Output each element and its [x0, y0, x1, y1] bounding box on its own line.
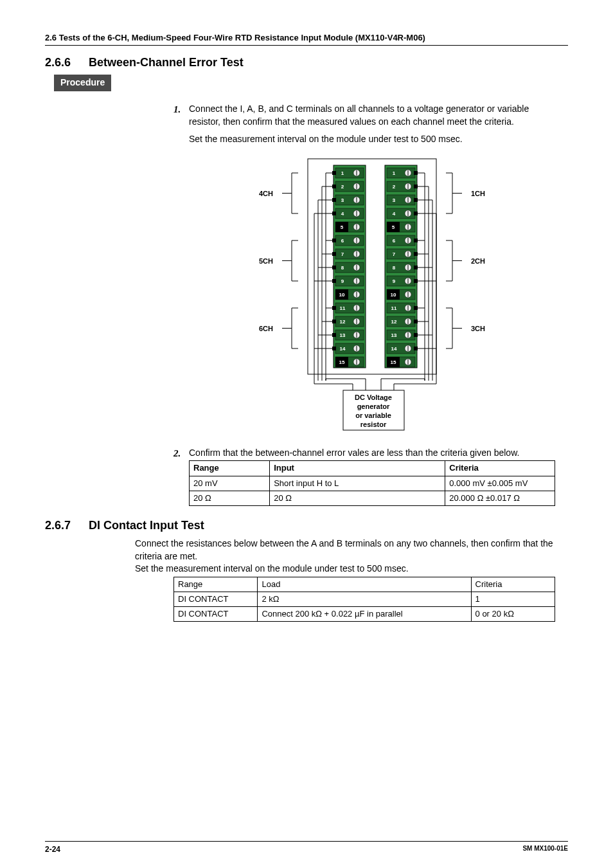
- wiring-diagram: 1122334455556677889910101010111112121313…: [237, 152, 507, 435]
- svg-text:10: 10: [339, 292, 345, 298]
- svg-rect-104: [332, 279, 336, 283]
- section-266-header: 2.6.6 Between-Channel Error Test: [45, 55, 568, 71]
- svg-rect-146: [414, 320, 418, 323]
- step-1: Connect the I, A, B, and C terminals on …: [173, 103, 555, 435]
- svg-text:/C: /C: [373, 346, 378, 352]
- svg-text:/C: /C: [373, 278, 378, 284]
- svg-text:5: 5: [392, 224, 395, 230]
- td: 20.000 Ω ±0.017 Ω: [445, 491, 555, 505]
- svg-text:15: 15: [339, 359, 345, 365]
- td: DI CONTACT: [174, 592, 258, 607]
- svg-text:14: 14: [391, 346, 397, 352]
- svg-text:4: 4: [341, 211, 344, 217]
- td: 0.000 mV ±0.005 mV: [445, 476, 555, 491]
- svg-rect-86: [414, 252, 418, 256]
- svg-text:7: 7: [393, 251, 396, 257]
- svg-text:3: 3: [341, 197, 344, 203]
- svg-rect-152: [332, 333, 336, 337]
- svg-text:12: 12: [391, 319, 397, 325]
- td: 20 Ω: [190, 491, 270, 505]
- td: Connect 200 kΩ + 0.022 µF in parallel: [258, 607, 471, 622]
- svg-rect-128: [332, 306, 336, 310]
- svg-text:2: 2: [393, 184, 396, 190]
- svg-rect-32: [332, 198, 336, 202]
- page-number: 2-24: [45, 844, 60, 855]
- svg-text:/I: /I: [374, 305, 377, 311]
- section-267-para-2: Set the measurement interval on the modu…: [135, 563, 555, 575]
- td: 20 mV: [190, 476, 270, 491]
- svg-text:13: 13: [391, 332, 397, 338]
- svg-text:4: 4: [393, 211, 396, 217]
- th-criteria: Criteria: [445, 461, 555, 476]
- running-header: 2.6 Tests of the 6-CH, Medium-Speed Four…: [45, 32, 568, 46]
- svg-text:2: 2: [341, 184, 344, 190]
- svg-text:14: 14: [340, 346, 346, 352]
- svg-text:13: 13: [340, 332, 346, 338]
- svg-text:+/A: +/A: [371, 251, 380, 257]
- table-row: DI CONTACT 2 kΩ 1: [174, 592, 555, 607]
- svg-text:or variable: or variable: [355, 411, 391, 419]
- svg-text:5CH: 5CH: [259, 257, 273, 264]
- step-2-para-1: Confirm that the between-channel error v…: [189, 447, 555, 460]
- svg-text:/C: /C: [373, 211, 378, 217]
- svg-text:9: 9: [393, 278, 396, 284]
- svg-text:/I: /I: [374, 238, 377, 244]
- section-266-title: Between-Channel Error Test: [89, 55, 244, 71]
- section-267-header: 2.6.7 DI Contact Input Test: [45, 518, 568, 534]
- svg-rect-20: [332, 185, 336, 188]
- svg-text:15: 15: [391, 359, 396, 365]
- svg-rect-44: [332, 212, 336, 215]
- svg-text:12: 12: [340, 319, 346, 325]
- step-1-para-1: Connect the I, A, B, and C terminals on …: [189, 103, 555, 128]
- table-row: 20 Ω 20 Ω 20.000 Ω ±0.017 Ω: [190, 491, 555, 505]
- svg-text:1: 1: [393, 170, 396, 176]
- svg-rect-170: [414, 347, 418, 350]
- svg-rect-80: [332, 252, 336, 256]
- svg-rect-158: [414, 333, 418, 337]
- td: 1: [471, 592, 555, 607]
- svg-text:/I: /I: [374, 170, 377, 176]
- svg-rect-98: [414, 266, 418, 269]
- step-1-para-2: Set the measurement interval on the modu…: [189, 133, 555, 146]
- svg-rect-164: [332, 347, 336, 350]
- svg-text:2CH: 2CH: [471, 257, 485, 264]
- svg-rect-110: [414, 279, 418, 283]
- page-footer: 2-24 SM MX100-01E: [45, 841, 568, 855]
- svg-text:-/B: -/B: [372, 265, 379, 271]
- svg-text:-/B: -/B: [372, 332, 379, 338]
- td: DI CONTACT: [174, 607, 258, 622]
- svg-text:7: 7: [341, 251, 344, 257]
- svg-rect-134: [414, 306, 418, 310]
- td: Short input H to L: [270, 476, 445, 491]
- svg-text:6CH: 6CH: [259, 324, 273, 332]
- svg-text:11: 11: [340, 305, 346, 311]
- svg-text:6: 6: [341, 238, 344, 244]
- svg-text:-/B: -/B: [372, 197, 379, 203]
- svg-text:10: 10: [391, 292, 396, 298]
- td-load: Load: [258, 577, 471, 592]
- step-2: Confirm that the between-channel error v…: [173, 447, 555, 506]
- svg-text:DC Voltage: DC Voltage: [355, 393, 392, 401]
- svg-rect-140: [332, 320, 336, 323]
- svg-text:6: 6: [393, 238, 396, 244]
- svg-text:3CH: 3CH: [471, 324, 485, 332]
- svg-rect-74: [414, 239, 418, 242]
- table-row: DI CONTACT Connect 200 kΩ + 0.022 µF in …: [174, 607, 555, 622]
- svg-text:3: 3: [393, 197, 396, 203]
- td: 2 kΩ: [258, 592, 471, 607]
- table-row: Range Load Criteria: [174, 577, 555, 592]
- svg-rect-14: [414, 171, 418, 175]
- td-criteria: Criteria: [471, 577, 555, 592]
- th-input: Input: [270, 461, 445, 476]
- svg-text:4CH: 4CH: [259, 189, 273, 197]
- svg-text:1CH: 1CH: [471, 189, 485, 197]
- criteria-table-267: Range Load Criteria DI CONTACT 2 kΩ 1 DI…: [173, 577, 555, 622]
- section-267-num: 2.6.7: [45, 518, 71, 534]
- svg-rect-38: [414, 198, 418, 202]
- svg-text:+/A: +/A: [371, 319, 380, 325]
- svg-rect-8: [332, 171, 336, 175]
- td: 0 or 20 kΩ: [471, 607, 555, 622]
- td-range: Range: [174, 577, 258, 592]
- svg-text:5: 5: [341, 224, 344, 230]
- table-row: Range Input Criteria: [190, 461, 555, 476]
